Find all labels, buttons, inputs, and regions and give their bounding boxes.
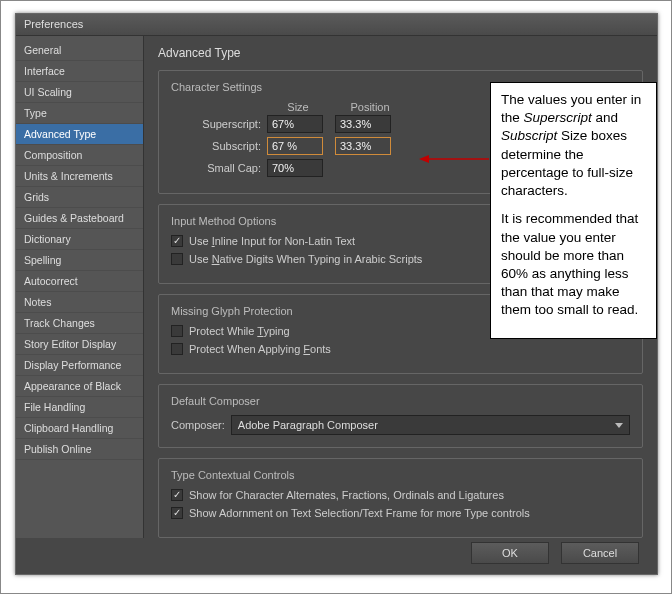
ok-button[interactable]: OK xyxy=(471,542,549,564)
svg-marker-1 xyxy=(419,155,429,163)
sidebar-item-interface[interactable]: Interface xyxy=(16,61,143,82)
opt-show-adornment[interactable]: Show Adornment on Text Selection/Text Fr… xyxy=(171,507,630,519)
composer-value: Adobe Paragraph Composer xyxy=(238,419,378,431)
panel-heading: Advanced Type xyxy=(158,46,643,60)
button-bar: OK Cancel xyxy=(471,542,639,564)
label-smallcap: Small Cap: xyxy=(171,162,267,174)
superscript-size-input[interactable] xyxy=(267,115,323,133)
sidebar-item-story-editor-display[interactable]: Story Editor Display xyxy=(16,334,143,355)
checkbox-icon xyxy=(171,325,183,337)
sidebar-item-dictionary[interactable]: Dictionary xyxy=(16,229,143,250)
sidebar-item-publish-online[interactable]: Publish Online xyxy=(16,439,143,460)
category-sidebar: GeneralInterfaceUI ScalingTypeAdvanced T… xyxy=(16,36,144,538)
callout-p2: It is recommended that the value you ent… xyxy=(501,210,646,319)
group-contextual-controls: Type Contextual Controls Show for Charac… xyxy=(158,458,643,538)
sidebar-item-ui-scaling[interactable]: UI Scaling xyxy=(16,82,143,103)
sidebar-item-general[interactable]: General xyxy=(16,40,143,61)
sidebar-item-guides-pasteboard[interactable]: Guides & Pasteboard xyxy=(16,208,143,229)
group-default-composer: Default Composer Composer: Adobe Paragra… xyxy=(158,384,643,448)
composer-select[interactable]: Adobe Paragraph Composer xyxy=(231,415,630,435)
sidebar-item-type[interactable]: Type xyxy=(16,103,143,124)
checkbox-icon xyxy=(171,343,183,355)
sidebar-item-grids[interactable]: Grids xyxy=(16,187,143,208)
composer-row: Composer: Adobe Paragraph Composer xyxy=(171,415,630,435)
checkbox-icon xyxy=(171,489,183,501)
cancel-button[interactable]: Cancel xyxy=(561,542,639,564)
annotation-callout: The values you enter in the Superscript … xyxy=(490,82,657,339)
checkbox-icon xyxy=(171,235,183,247)
callout-p1: The values you enter in the Superscript … xyxy=(501,91,646,200)
smallcap-size-input[interactable] xyxy=(267,159,323,177)
sidebar-item-file-handling[interactable]: File Handling xyxy=(16,397,143,418)
chevron-down-icon xyxy=(615,423,623,428)
sidebar-item-notes[interactable]: Notes xyxy=(16,292,143,313)
col-position: Position xyxy=(339,101,401,113)
sidebar-item-display-performance[interactable]: Display Performance xyxy=(16,355,143,376)
sidebar-item-clipboard-handling[interactable]: Clipboard Handling xyxy=(16,418,143,439)
composer-label: Composer: xyxy=(171,419,225,431)
checkbox-icon xyxy=(171,507,183,519)
group-title: Default Composer xyxy=(171,395,630,407)
sidebar-item-spelling[interactable]: Spelling xyxy=(16,250,143,271)
window-title: Preferences xyxy=(24,18,83,30)
sidebar-item-advanced-type[interactable]: Advanced Type xyxy=(16,124,143,145)
label-subscript: Subscript: xyxy=(171,140,267,152)
opt-protect-fonts[interactable]: Protect When Applying Fonts xyxy=(171,343,630,355)
sidebar-item-track-changes[interactable]: Track Changes xyxy=(16,313,143,334)
subscript-position-input[interactable] xyxy=(335,137,391,155)
superscript-position-input[interactable] xyxy=(335,115,391,133)
sidebar-item-appearance-of-black[interactable]: Appearance of Black xyxy=(16,376,143,397)
subscript-size-input[interactable] xyxy=(267,137,323,155)
label-superscript: Superscript: xyxy=(171,118,267,130)
group-title: Type Contextual Controls xyxy=(171,469,630,481)
col-size: Size xyxy=(267,101,329,113)
sidebar-item-composition[interactable]: Composition xyxy=(16,145,143,166)
titlebar: Preferences xyxy=(16,14,657,36)
checkbox-icon xyxy=(171,253,183,265)
annotation-arrow-icon xyxy=(419,153,491,165)
opt-show-alternates[interactable]: Show for Character Alternates, Fractions… xyxy=(171,489,630,501)
sidebar-item-autocorrect[interactable]: Autocorrect xyxy=(16,271,143,292)
sidebar-item-units-increments[interactable]: Units & Increments xyxy=(16,166,143,187)
